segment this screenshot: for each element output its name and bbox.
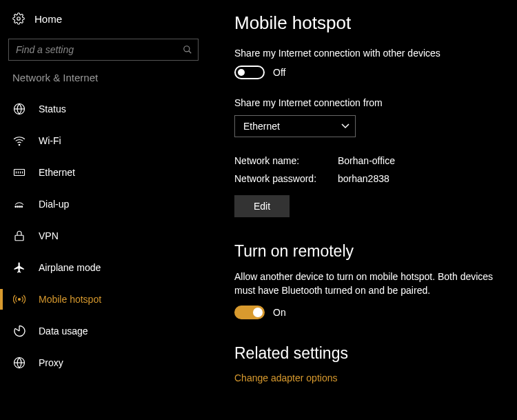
sidebar-item-label: Status [39,103,66,114]
network-name-label: Network name: [234,155,338,166]
network-name-value: Borhan-office [338,155,395,166]
svg-point-11 [15,206,17,208]
sidebar: Home Network & Internet Status Wi-Fi Eth… [0,0,207,420]
share-from-dropdown[interactable]: Ethernet [234,115,356,137]
svg-point-14 [21,206,23,208]
sidebar-item-label: Wi-Fi [39,135,61,146]
status-icon [12,102,26,116]
svg-line-2 [189,51,192,54]
category-header: Network & Internet [0,72,207,93]
remote-toggle[interactable]: On [234,306,498,319]
svg-point-16 [19,299,21,301]
chevron-down-icon [341,123,349,129]
sidebar-item-vpn[interactable]: VPN [0,220,207,252]
svg-rect-15 [15,235,23,241]
svg-point-13 [19,206,21,208]
nav-list: Status Wi-Fi Ethernet Dial-up VPN [0,93,207,379]
vpn-icon [12,229,26,243]
sidebar-item-hotspot[interactable]: Mobile hotspot [0,283,207,315]
toggle-switch-off [234,66,265,79]
airplane-icon [12,261,26,274]
network-name-row: Network name: Borhan-office [234,155,498,166]
change-adapter-link[interactable]: Change adapter options [234,372,498,383]
search-icon [183,45,192,54]
main-content: Mobile hotspot Share my Internet connect… [207,0,517,420]
toggle-state-label: Off [273,67,285,78]
network-password-value: borhan2838 [338,173,389,184]
wifi-icon [12,134,26,148]
svg-point-5 [19,144,20,146]
proxy-icon [12,356,26,370]
search-input[interactable] [16,44,183,55]
sidebar-item-wifi[interactable]: Wi-Fi [0,125,207,157]
ethernet-icon [12,166,26,179]
home-label: Home [34,13,62,25]
share-toggle[interactable]: Off [234,66,498,79]
sidebar-item-label: VPN [39,230,59,241]
sidebar-item-proxy[interactable]: Proxy [0,347,207,379]
toggle-state-label: On [273,307,286,318]
sidebar-item-label: Data usage [39,326,88,337]
sidebar-item-label: Dial-up [39,199,69,210]
remote-description: Allow another device to turn on mobile h… [234,270,498,297]
svg-point-0 [17,17,21,21]
svg-point-12 [17,206,19,208]
sidebar-item-datausage[interactable]: Data usage [0,315,207,347]
dialup-icon [12,197,26,211]
sidebar-item-label: Mobile hotspot [39,294,101,305]
hotspot-icon [12,292,26,306]
toggle-switch-on [234,306,265,319]
remote-title: Turn on remotely [234,242,498,261]
related-title: Related settings [234,344,498,363]
sidebar-item-label: Ethernet [39,167,75,178]
page-title: Mobile hotspot [234,12,498,34]
svg-rect-6 [14,170,25,176]
gear-icon [12,12,25,25]
svg-point-1 [184,46,190,52]
network-password-label: Network password: [234,173,338,184]
sidebar-item-dialup[interactable]: Dial-up [0,188,207,220]
dropdown-value: Ethernet [243,121,280,132]
sidebar-item-label: Proxy [39,357,63,368]
network-password-row: Network password: borhan2838 [234,173,498,184]
sidebar-item-airplane[interactable]: Airplane mode [0,252,207,283]
datausage-icon [12,324,26,338]
sidebar-item-label: Airplane mode [39,262,101,273]
home-button[interactable]: Home [0,7,207,33]
edit-button[interactable]: Edit [234,195,290,217]
share-description: Share my Internet connection with other … [234,48,498,59]
sidebar-item-status[interactable]: Status [0,93,207,125]
share-from-label: Share my Internet connection from [234,97,498,108]
search-box[interactable] [8,39,199,61]
svg-line-18 [15,328,19,331]
sidebar-item-ethernet[interactable]: Ethernet [0,157,207,188]
